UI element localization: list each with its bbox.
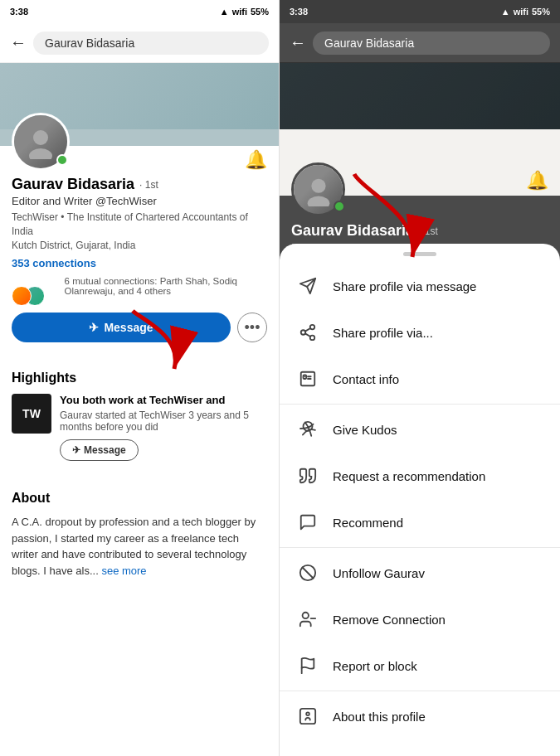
battery-left: 55% [251,7,269,17]
svg-line-12 [305,328,310,332]
profile-title-left: Editor and Writer @TechWiser [12,195,267,207]
bell-icon-left[interactable]: 🔔 [245,149,267,171]
about-profile-label: About this profile [333,710,426,724]
menu-item-report-block[interactable]: Report or block [280,642,560,689]
divider-3 [280,691,560,691]
cover-overlay [280,63,560,129]
unfollow-label: Unfollow Gaurav [333,566,425,580]
right-panel: 3:38 ▲ wifi 55% ← 🔔 Gaurav Bida [280,0,560,756]
menu-item-give-kudos[interactable]: Give Kudos [280,406,560,453]
contact-info-label: Contact info [333,372,399,386]
unfollow-icon [296,561,319,584]
menu-item-share-via[interactable]: Share profile via... [280,309,560,356]
status-icons-right: ▲ wifi 55% [501,7,550,17]
back-button-right[interactable]: ← [290,33,306,52]
highlights-title: Highlights [12,371,267,385]
right-cover [280,63,560,129]
message-button-left[interactable]: ✈ Message [12,313,231,342]
report-block-label: Report or block [333,659,417,673]
svg-line-20 [303,568,314,579]
about-section: About A C.A. dropout by profession and a… [0,479,279,590]
sheet-handle [403,252,436,256]
right-profile-name: Gaurav Bidasaria · 1st [291,222,548,240]
kudos-icon [296,418,319,441]
bottom-sheet: Share profile via message Share profile … [280,244,560,756]
send-icon-message: ✈ [89,321,99,334]
svg-point-3 [311,178,325,192]
contact-info-icon [296,367,319,390]
request-recommendation-label: Request a recommendation [333,469,485,483]
send-icon-sm: ✈ [72,444,80,456]
recommend-icon [296,511,319,534]
right-profile-header: 🔔 [280,63,560,196]
profile-location-left: Kutch District, Gujarat, India [12,240,135,251]
share-icon [296,321,319,344]
divider-1 [280,404,560,405]
connections-link-left[interactable]: 353 connections [12,257,267,269]
status-bar-right: 3:38 ▲ wifi 55% [280,0,560,23]
svg-point-1 [29,148,52,159]
highlights-section: Highlights TW You both work at TechWiser… [0,359,279,472]
about-title: About [12,491,267,506]
recommend-label: Recommend [333,516,403,530]
send-icon [296,274,319,298]
menu-item-request-recommendation[interactable]: Request a recommendation [280,453,560,499]
svg-point-25 [306,712,309,715]
left-panel: 3:38 ▲ wifi 55% ← 🔔 Gaurav Bidasar [0,0,280,756]
time-right: 3:38 [290,7,308,17]
online-indicator-left [56,154,68,166]
battery-right: 55% [532,7,550,17]
about-profile-icon [296,705,319,728]
search-bar-left: ← [0,23,279,63]
first-badge-left: · 1st [139,179,158,191]
back-button-left[interactable]: ← [10,33,27,52]
divider-2 [280,547,560,548]
highlight-message-button[interactable]: ✈ Message [60,439,139,461]
highlight-sub-text: Gaurav started at TechWiser 3 years and … [60,410,267,433]
search-input-right[interactable] [313,32,550,55]
time-left: 3:38 [10,7,28,17]
wifi-icon-r: wifi [514,7,528,17]
online-indicator-right [334,201,345,212]
action-buttons-left: ✈ Message ••• [0,304,279,352]
search-input-left[interactable] [33,32,269,55]
svg-point-21 [303,613,309,618]
profile-header-left: 🔔 [0,63,279,146]
status-icons-left: ▲ wifi 55% [220,7,269,17]
recommendation-icon [296,464,319,487]
mutual-text-left: 6 mutual connections: Parth Shah, Sodiq … [65,276,267,296]
remove-connection-icon [296,608,319,631]
about-text: A C.A. dropout by profession and a tech … [12,514,267,579]
search-bar-right: ← [280,23,560,63]
menu-item-unfollow[interactable]: Unfollow Gaurav [280,550,560,596]
profile-name-left: Gaurav Bidasaria · 1st [12,176,267,193]
menu-item-recommend[interactable]: Recommend [280,499,560,545]
signal-icon-r: ▲ [501,7,510,17]
svg-point-0 [33,130,48,145]
mutual-connections-left: 6 mutual connections: Parth Shah, Sodiq … [12,276,267,296]
highlight-content: You both work at TechWiser and Gaurav st… [60,394,267,461]
flag-icon [296,654,319,677]
share-via-label: Share profile via... [333,326,433,340]
signal-icon: ▲ [220,7,229,17]
svg-point-4 [307,196,329,206]
bell-icon-right[interactable]: 🔔 [526,170,548,191]
menu-item-contact-info[interactable]: Contact info [280,356,560,402]
wifi-icon: wifi [232,7,247,17]
give-kudos-label: Give Kudos [333,423,397,437]
techwiser-logo: TW [12,394,51,434]
right-first-badge: · 1st [419,225,438,237]
profile-company-left: TechWiser • The Institute of Chartered A… [12,211,267,252]
highlight-bold-text: You both work at TechWiser and [60,394,267,408]
share-message-label: Share profile via message [333,279,476,293]
menu-item-about-profile[interactable]: About this profile [280,693,560,739]
more-button-left[interactable]: ••• [237,313,267,342]
svg-line-11 [305,333,310,337]
see-more-link[interactable]: see more [101,565,146,577]
highlight-item: TW You both work at TechWiser and Gaurav… [12,394,267,461]
menu-item-share-message[interactable]: Share profile via message [280,263,560,309]
remove-connection-label: Remove Connection [333,613,446,627]
menu-item-remove-connection[interactable]: Remove Connection [280,596,560,642]
status-bar-left: 3:38 ▲ wifi 55% [0,0,279,23]
